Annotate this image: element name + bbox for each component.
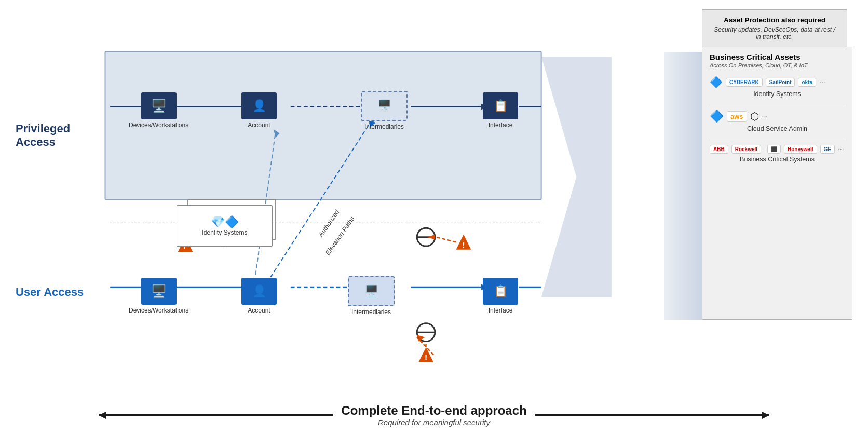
- privileged-access-text: Privileged Access: [16, 122, 70, 148]
- bca-cloud-section: 🔷 aws ⬡ ··· Cloud Service Admin: [710, 110, 845, 132]
- bottom-arrowhead-left: [99, 412, 106, 419]
- attack-arrow-mid: [436, 237, 456, 242]
- some-logo: ⬛: [767, 145, 781, 154]
- bca-bcs-logos: ABB Rockwell ⬛ Honeywell GE ···: [710, 144, 845, 154]
- abb-logo: ABB: [710, 145, 728, 154]
- priv-interface-icon: 📋 Interface: [483, 92, 518, 129]
- asset-protection-title: Asset Protection also required: [711, 16, 838, 24]
- bca-trapezoid: [640, 52, 702, 320]
- bottom-text-block: Complete End-to-end approach Required fo…: [341, 403, 526, 427]
- priv-interface-label: Interface: [489, 121, 513, 129]
- bca-title: Business Critical Assets: [710, 52, 845, 61]
- bottom-arrow-right: [535, 414, 769, 416]
- sailpoint-logo: SailPoint: [766, 78, 795, 87]
- bca-cloud-label: Cloud Service Admin: [710, 125, 845, 132]
- bca-subtitle: Across On-Premises, Cloud, OT, & IoT: [710, 62, 845, 69]
- elevation-arrow-2: [274, 129, 280, 138]
- user-access-text: User Access: [16, 286, 84, 299]
- attack-arrowhead-bottom: [417, 335, 425, 342]
- no-entry-circle-bottom: [417, 323, 435, 342]
- user-interface-label: Interface: [489, 307, 513, 314]
- bca-cloud-logos: 🔷 aws ⬡ ···: [710, 110, 845, 123]
- bottom-subtitle: Required for meaningful security: [341, 418, 526, 427]
- user-interface-icon: 📋 Interface: [483, 278, 518, 314]
- ge-logo: GE: [820, 145, 835, 154]
- priv-account-label: Account: [248, 121, 270, 129]
- warning-mid-text: !: [462, 240, 465, 249]
- bottom-arrow-left: [99, 414, 333, 416]
- elevation-path-1: [270, 122, 371, 277]
- bottom-section: Complete End-to-end approach Required fo…: [16, 403, 852, 429]
- bca-divider-1: [710, 105, 845, 105]
- bcs-logos-more: ···: [838, 145, 844, 153]
- bca-identity-logos: 🔷 CYBERARK SailPoint okta ···: [710, 76, 845, 88]
- aws-logo: aws: [727, 111, 747, 122]
- rockwell-logo: Rockwell: [731, 145, 761, 154]
- priv-intermediaries-icon: 🖥️ Intermediaries: [361, 91, 408, 130]
- user-account-icon: 👤 Account: [241, 278, 277, 314]
- identity-systems-label: Identity Systems: [201, 229, 247, 236]
- attack-arrowhead-mid: [427, 235, 435, 240]
- bca-divider-2: [710, 140, 845, 140]
- diagram-outer: ! ! ! Authorized Elevation Paths: [16, 42, 852, 392]
- cloud-logos-more: ···: [762, 112, 768, 120]
- user-device-icon: 🖥️ Devices/Workstations: [129, 278, 188, 314]
- okta-logo: okta: [798, 78, 816, 87]
- user-account-label: Account: [248, 307, 270, 314]
- user-access-label: User Access: [16, 286, 91, 299]
- bca-identity-section: 🔷 CYBERARK SailPoint okta ··· Identity S…: [710, 76, 845, 98]
- azure-logo: 🔷: [710, 110, 724, 123]
- bottom-arrowhead-right: [762, 412, 769, 419]
- priv-device-icon: 🖥️ Devices/Workstations: [129, 92, 188, 129]
- user-intermediaries-icon: 🖥️ Intermediaries: [348, 276, 395, 316]
- honeywell-logo: Honeywell: [784, 145, 817, 154]
- bca-bcs-section: ABB Rockwell ⬛ Honeywell GE ··· Business…: [710, 144, 845, 163]
- bca-funnel-shape: [541, 57, 612, 297]
- warning-bottom: [418, 347, 433, 362]
- elevation-path-2: [255, 132, 276, 275]
- warning-mid: [456, 235, 471, 250]
- bottom-title: Complete End-to-end approach: [341, 403, 526, 418]
- identity-logos-more: ···: [819, 78, 825, 86]
- elevation-paths-label2: Elevation Paths: [324, 215, 356, 256]
- identity-systems-box: 💎🔷 Identity Systems: [177, 205, 273, 247]
- attack-arrow-bottom2: [417, 337, 433, 355]
- gcp-logo: ⬡: [750, 110, 759, 123]
- bca-identity-label: Identity Systems: [710, 90, 845, 98]
- bca-bcs-label: Business Critical Systems: [710, 156, 845, 163]
- user-device-label: Devices/Workstations: [129, 307, 188, 314]
- priv-device-label: Devices/Workstations: [129, 121, 188, 129]
- bca-panel: Business Critical Assets Across On-Premi…: [702, 47, 852, 320]
- priv-account-icon: 👤 Account: [241, 92, 277, 129]
- user-intermediaries-label: Intermediaries: [351, 308, 391, 316]
- asset-protection-subtitle: Security updates, DevSecOps, data at res…: [711, 26, 838, 40]
- elevation-paths-label: Authorized: [317, 208, 341, 239]
- cyberark-logo: CYBERARK: [726, 78, 763, 87]
- priv-intermediaries-label: Intermediaries: [364, 123, 404, 130]
- no-entry-circle-mid: [417, 228, 435, 246]
- ping-logo: 🔷: [710, 76, 723, 88]
- privileged-access-label: Privileged Access: [16, 122, 91, 150]
- warning-bottom-text: !: [425, 353, 427, 362]
